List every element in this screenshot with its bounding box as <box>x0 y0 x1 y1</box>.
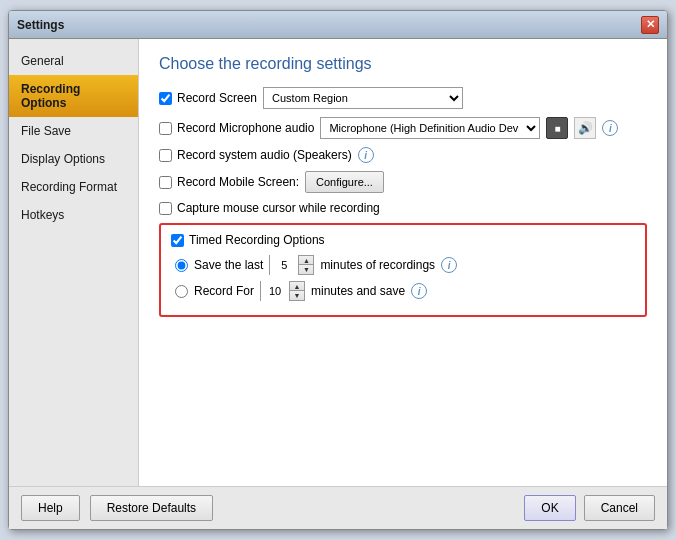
close-button[interactable]: ✕ <box>641 16 659 34</box>
restore-defaults-button[interactable]: Restore Defaults <box>90 495 213 521</box>
record-system-audio-text: Record system audio (Speakers) <box>177 148 352 162</box>
record-microphone-label[interactable]: Record Microphone audio <box>159 121 314 135</box>
record-for-info-icon: i <box>411 283 427 299</box>
save-last-info-icon: i <box>441 257 457 273</box>
timed-recording-label[interactable]: Timed Recording Options <box>171 233 325 247</box>
capture-mouse-checkbox[interactable] <box>159 202 172 215</box>
record-screen-text: Record Screen <box>177 91 257 105</box>
save-last-spinner: ▲ ▼ <box>269 255 314 275</box>
save-last-radio[interactable] <box>175 259 188 272</box>
footer-left: Help <box>21 495 80 521</box>
timed-recording-box: Timed Recording Options Save the last ▲ … <box>159 223 647 317</box>
record-microphone-checkbox[interactable] <box>159 122 172 135</box>
record-for-radio[interactable] <box>175 285 188 298</box>
timed-title-row: Timed Recording Options <box>171 233 635 247</box>
sidebar: General Recording Options File Save Disp… <box>9 39 139 486</box>
save-last-up-arrow[interactable]: ▲ <box>299 256 313 265</box>
record-system-audio-checkbox[interactable] <box>159 149 172 162</box>
timed-recording-text: Timed Recording Options <box>189 233 325 247</box>
record-for-post: minutes and save <box>311 284 405 298</box>
configure-button[interactable]: Configure... <box>305 171 384 193</box>
ok-button[interactable]: OK <box>524 495 575 521</box>
record-for-pre: Record For <box>194 284 254 298</box>
cancel-button[interactable]: Cancel <box>584 495 655 521</box>
record-microphone-text: Record Microphone audio <box>177 121 314 135</box>
record-for-input[interactable] <box>261 281 289 301</box>
record-system-audio-label[interactable]: Record system audio (Speakers) <box>159 148 352 162</box>
record-screen-checkbox[interactable] <box>159 92 172 105</box>
record-mobile-row: Record Mobile Screen: Configure... <box>159 171 647 193</box>
save-last-down-arrow[interactable]: ▼ <box>299 265 313 274</box>
sidebar-item-display-options[interactable]: Display Options <box>9 145 138 173</box>
title-bar: Settings ✕ <box>9 11 667 39</box>
record-screen-row: Record Screen Custom Region Full Screen … <box>159 87 647 109</box>
system-audio-info-icon: i <box>358 147 374 163</box>
save-last-input[interactable] <box>270 255 298 275</box>
sidebar-item-hotkeys[interactable]: Hotkeys <box>9 201 138 229</box>
sidebar-item-general[interactable]: General <box>9 47 138 75</box>
save-last-post: minutes of recordings <box>320 258 435 272</box>
record-screen-dropdown[interactable]: Custom Region Full Screen Window <box>263 87 463 109</box>
record-for-spinner: ▲ ▼ <box>260 281 305 301</box>
record-for-row: Record For ▲ ▼ minutes and save i <box>171 281 635 301</box>
capture-mouse-text: Capture mouse cursor while recording <box>177 201 380 215</box>
settings-window: Settings ✕ General Recording Options Fil… <box>8 10 668 530</box>
record-for-up-arrow[interactable]: ▲ <box>290 282 304 291</box>
record-for-arrows: ▲ ▼ <box>289 282 304 300</box>
mic-icon: ■ <box>554 123 560 134</box>
capture-mouse-label[interactable]: Capture mouse cursor while recording <box>159 201 380 215</box>
save-last-pre: Save the last <box>194 258 263 272</box>
record-system-audio-row: Record system audio (Speakers) i <box>159 147 647 163</box>
main-panel: Choose the recording settings Record Scr… <box>139 39 667 486</box>
record-mobile-label[interactable]: Record Mobile Screen: <box>159 175 299 189</box>
capture-mouse-row: Capture mouse cursor while recording <box>159 201 647 215</box>
window-title: Settings <box>17 18 64 32</box>
timed-recording-checkbox[interactable] <box>171 234 184 247</box>
save-last-row: Save the last ▲ ▼ minutes of recordings … <box>171 255 635 275</box>
page-title: Choose the recording settings <box>159 55 647 73</box>
record-mobile-checkbox[interactable] <box>159 176 172 189</box>
microphone-info-icon: i <box>602 120 618 136</box>
record-microphone-row: Record Microphone audio Microphone (High… <box>159 117 647 139</box>
sidebar-item-recording-options[interactable]: Recording Options <box>9 75 138 117</box>
footer-right: OK Cancel <box>524 495 655 521</box>
record-screen-label[interactable]: Record Screen <box>159 91 257 105</box>
footer: Help Restore Defaults OK Cancel <box>9 486 667 529</box>
speaker-icon: 🔊 <box>578 121 593 135</box>
content-area: General Recording Options File Save Disp… <box>9 39 667 486</box>
record-microphone-dropdown[interactable]: Microphone (High Definition Audio Device… <box>320 117 540 139</box>
speaker-icon-btn[interactable]: 🔊 <box>574 117 596 139</box>
record-for-down-arrow[interactable]: ▼ <box>290 291 304 300</box>
help-button[interactable]: Help <box>21 495 80 521</box>
record-mobile-text: Record Mobile Screen: <box>177 175 299 189</box>
sidebar-item-file-save[interactable]: File Save <box>9 117 138 145</box>
microphone-icon-btn[interactable]: ■ <box>546 117 568 139</box>
sidebar-item-recording-format[interactable]: Recording Format <box>9 173 138 201</box>
save-last-arrows: ▲ ▼ <box>298 256 313 274</box>
